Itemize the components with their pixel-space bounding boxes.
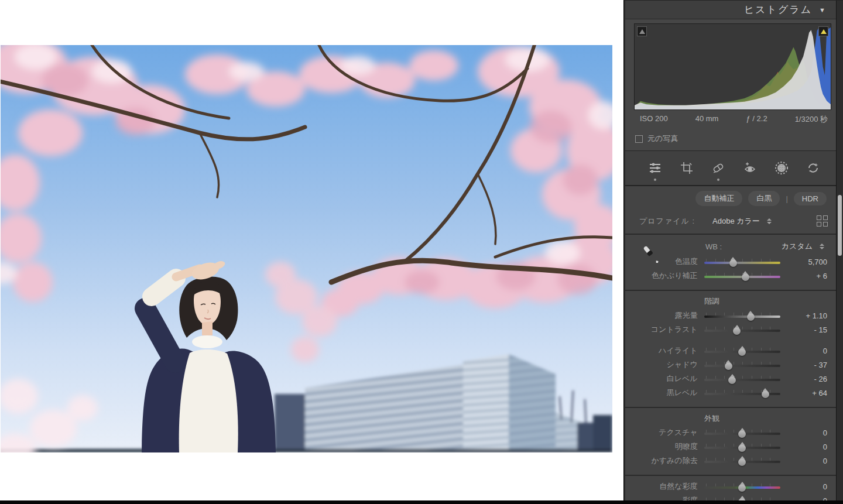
slider-label: かすみの除去: [625, 455, 698, 466]
slider-thumb[interactable]: [738, 430, 746, 438]
auto-correct-button[interactable]: 自動補正: [695, 191, 742, 206]
wb-dropdown-icon[interactable]: [820, 244, 824, 249]
slider-thumb[interactable]: [738, 458, 746, 466]
slider-row: 白レベル- 26: [625, 372, 836, 386]
slider-label: シャドウ: [625, 359, 698, 370]
slider-section: 外観テクスチャ0明瞭度0かすみの除去0: [625, 407, 836, 475]
exif-shutter: 1/3200 秒: [795, 114, 828, 125]
slider-track[interactable]: [704, 256, 781, 267]
panel-scrollbar[interactable]: [836, 1, 843, 504]
wb-eyedropper-icon[interactable]: [639, 243, 664, 268]
red-eye-icon[interactable]: [741, 151, 759, 185]
slider-label: 露光量: [625, 310, 698, 321]
slider-thumb[interactable]: [742, 273, 749, 281]
slider-track[interactable]: [704, 345, 781, 356]
wb-value[interactable]: カスタム: [782, 241, 813, 252]
slider-value[interactable]: - 15: [780, 325, 827, 334]
slider-value[interactable]: 0: [780, 347, 827, 355]
slider-value[interactable]: + 64: [780, 389, 827, 397]
original-photo-label: 元の写真: [647, 133, 678, 144]
slider-row: 自然な彩度0: [625, 479, 836, 493]
masking-icon[interactable]: [773, 151, 790, 185]
slider-track[interactable]: [704, 388, 781, 398]
edit-sliders-icon[interactable]: [646, 151, 664, 185]
slider-track[interactable]: [704, 427, 781, 438]
slider-thumb[interactable]: [733, 327, 741, 335]
wb-label: WB :: [705, 242, 722, 251]
exif-focal-length: 40 mm: [695, 114, 719, 125]
original-photo-checkbox[interactable]: [635, 135, 643, 143]
slider-track[interactable]: [704, 359, 781, 370]
profile-dropdown-icon[interactable]: [767, 218, 772, 224]
slider-row: 色かぶり補正+ 6: [625, 269, 836, 283]
histogram-section: ISO 200 40 mm ƒ / 2.2 1/3200 秒 元の写真: [625, 19, 836, 151]
scrollbar-thumb[interactable]: [838, 195, 842, 256]
white-balance-section: WB : カスタム 色温度5,700色かぶり補正+ 6: [625, 234, 836, 290]
slider-thumb[interactable]: [738, 444, 746, 452]
slider-thumb[interactable]: [729, 259, 737, 267]
slider-thumb[interactable]: [747, 313, 755, 321]
histogram-panel-header[interactable]: ヒストグラム ▼: [625, 1, 836, 19]
slider-value[interactable]: + 1.10: [780, 311, 827, 320]
slider-label: 色かぶり補正: [625, 270, 698, 281]
slider-track[interactable]: [704, 270, 781, 281]
histogram-chart: [635, 24, 831, 109]
original-photo-row[interactable]: 元の写真: [634, 128, 831, 149]
slider-row: テクスチャ0: [625, 426, 836, 440]
slider-track[interactable]: [704, 324, 781, 335]
slider-thumb[interactable]: [738, 348, 746, 356]
slider-value[interactable]: 0: [780, 443, 827, 451]
slider-value[interactable]: - 26: [780, 375, 827, 383]
collapse-chevron-icon[interactable]: ▼: [819, 6, 825, 13]
slider-value[interactable]: 0: [780, 428, 827, 437]
shadow-clipping-icon: [639, 29, 645, 34]
slider-value[interactable]: - 37: [780, 361, 827, 369]
slider-section: 階調露光量+ 1.10コントラスト- 15ハイライト0シャドウ- 37白レベル-…: [625, 290, 836, 407]
tool-strip: [625, 151, 836, 186]
profile-row: プロファイル : Adobe カラー: [625, 210, 836, 234]
slider-track[interactable]: [704, 481, 781, 492]
crop-icon[interactable]: [678, 151, 695, 185]
highlight-clipping-button[interactable]: [818, 26, 828, 36]
profile-browser-icon[interactable]: [817, 215, 828, 227]
slider-label: 白レベル: [625, 373, 698, 384]
slider-row: コントラスト- 15: [625, 323, 836, 337]
slider-row: ハイライト0: [625, 344, 836, 358]
highlight-clipping-icon: [821, 29, 827, 34]
slider-label: コントラスト: [625, 324, 698, 335]
slider-row: シャドウ- 37: [625, 358, 836, 372]
slider-value[interactable]: 0: [780, 457, 827, 465]
presets-row: 自動補正 白黒 | HDR: [625, 186, 836, 210]
slider-track[interactable]: [704, 441, 781, 452]
slider-section: 自然な彩度0彩度0: [625, 475, 836, 504]
histogram-title: ヒストグラム: [744, 3, 812, 16]
exif-info: ISO 200 40 mm ƒ / 2.2 1/3200 秒: [634, 110, 831, 126]
slider-thumb[interactable]: [728, 376, 736, 384]
profile-value[interactable]: Adobe カラー: [712, 216, 760, 227]
slider-thumb[interactable]: [762, 390, 769, 398]
slider-track[interactable]: [704, 310, 781, 321]
photo-workspace: [0, 0, 623, 504]
hdr-button[interactable]: HDR: [794, 192, 827, 205]
slider-value[interactable]: 5,700: [780, 258, 827, 266]
slider-value[interactable]: + 6: [780, 272, 827, 280]
slider-track[interactable]: [704, 373, 781, 384]
basic-adjustments-panel: 自動補正 白黒 | HDR プロファイル : Adobe カラー: [625, 186, 836, 504]
slider-thumb[interactable]: [725, 362, 732, 370]
slider-thumb[interactable]: [738, 484, 746, 492]
slider-label: 黒レベル: [625, 388, 698, 398]
slider-value[interactable]: 0: [780, 482, 827, 491]
shadow-clipping-button[interactable]: [637, 26, 647, 36]
profile-label: プロファイル :: [639, 216, 695, 227]
exif-iso: ISO 200: [640, 114, 668, 125]
slider-row: 黒レベル+ 64: [625, 386, 836, 400]
presets-divider: |: [786, 194, 787, 203]
slider-label: テクスチャ: [625, 427, 698, 438]
slider-track[interactable]: [704, 455, 781, 466]
slider-row: かすみの除去0: [625, 454, 836, 468]
sync-icon[interactable]: [804, 151, 822, 185]
healing-icon[interactable]: [710, 151, 727, 185]
photo-canvas: [1, 45, 612, 452]
black-white-button[interactable]: 白黒: [748, 191, 780, 206]
histogram[interactable]: [634, 23, 831, 110]
